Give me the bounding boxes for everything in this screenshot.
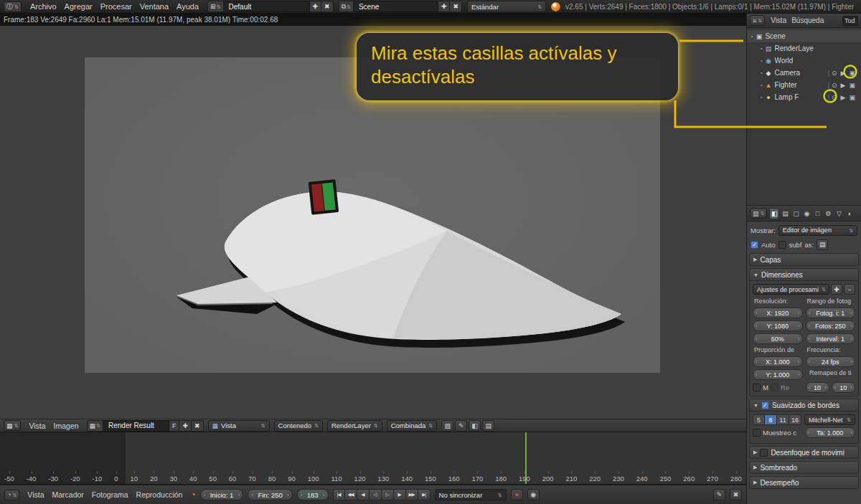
image-datablock-name[interactable]: Render Result — [103, 420, 169, 432]
close-icon[interactable]: ✖ — [730, 489, 742, 500]
desempeno-panel-header[interactable]: ▶ Desempeño — [749, 476, 859, 489]
expand-dot-icon[interactable]: • — [761, 82, 762, 87]
next-keyframe-button[interactable]: ▶▶ — [406, 489, 418, 500]
timeline-menu-reproduccion[interactable]: Reproducción — [133, 490, 187, 499]
fps-dropdown[interactable]: 24 fps — [806, 356, 856, 367]
prev-frame-button[interactable]: ◁ — [370, 489, 382, 500]
outliner-editor-type-button[interactable]: ≡⇅ — [750, 15, 765, 26]
subf-checkbox[interactable] — [778, 241, 786, 249]
outliner-item-lampf[interactable]: •●Lamp F|⊙▶▣ — [747, 91, 861, 103]
re-checkbox[interactable] — [771, 384, 778, 391]
menu-ventana[interactable]: Ventana — [136, 2, 172, 11]
dimensiones-panel-header[interactable]: ▼ Dimensiones — [749, 268, 859, 281]
resolution-y-field[interactable]: Y: 1080 — [753, 320, 803, 331]
view-mode-dropdown[interactable]: ▦Vista⇅ — [208, 420, 270, 432]
motion-blur-checkbox[interactable] — [760, 449, 768, 457]
outliner-item-camera[interactable]: •◆Camera|⊙▶▣ — [747, 67, 861, 79]
record-button[interactable]: ● — [511, 489, 523, 500]
render-layer-dropdown[interactable]: RenderLayer⇅ — [327, 420, 382, 432]
timeline-ruler[interactable]: -50-40-30-20-100102030405060708090100110… — [0, 432, 746, 485]
outliner-item-world[interactable]: •◉World — [747, 54, 861, 67]
render-tab-icon[interactable]: ◧ — [769, 208, 779, 219]
render-presets-dropdown[interactable]: Ajustes de procesami⇅ — [753, 284, 829, 295]
image-editor-type-button[interactable]: ▦⇅ — [4, 420, 21, 431]
timeline-menu-fotograma[interactable]: Fotograma — [88, 490, 132, 499]
screen-layout-name[interactable]: Default — [224, 1, 310, 12]
aa-filter-dropdown[interactable]: Mitchell-Net⇅ — [804, 414, 855, 425]
current-frame-field[interactable]: 183 — [297, 489, 329, 500]
slot-dropdown[interactable]: Contenedo⇅ — [274, 420, 323, 432]
aa-samples-8[interactable]: 8 — [765, 414, 777, 425]
render-layers-tab-icon[interactable]: ▤ — [780, 208, 790, 219]
clip-icon[interactable]: ◧ — [469, 420, 481, 432]
fake-user-button[interactable]: F — [169, 420, 180, 432]
world-tab-icon[interactable]: ◉ — [801, 208, 811, 219]
display-mode-dropdown[interactable]: Editor de imágen⇅ — [778, 225, 857, 236]
prev-keyframe-button[interactable]: ◀◀ — [345, 489, 357, 500]
m-checkbox[interactable] — [753, 384, 761, 391]
visibility-eye-icon[interactable]: ⊙ — [832, 82, 837, 89]
expand-dot-icon[interactable]: • — [761, 95, 762, 100]
full-sample-checkbox[interactable] — [753, 429, 761, 437]
end-frame-field[interactable]: Fin: 250 — [248, 489, 292, 500]
outliner-menu-busqueda[interactable]: Búsqueda — [789, 16, 826, 24]
aspect-y-field[interactable]: Y: 1.000 — [753, 369, 803, 380]
image-menu-vista[interactable]: Vista — [25, 422, 49, 430]
pencil-icon[interactable]: ✎ — [713, 489, 725, 500]
keying-set-icon[interactable]: ◉ — [527, 489, 540, 500]
menu-ayuda[interactable]: Ayuda — [173, 2, 202, 11]
auto-checkbox[interactable] — [751, 241, 758, 249]
remove-preset-button[interactable]: − — [844, 284, 855, 295]
new-image-button[interactable]: ✚ — [179, 420, 192, 432]
render-pass-dropdown[interactable]: Combinada⇅ — [387, 420, 437, 432]
selectable-arrow-icon[interactable]: ▶ — [841, 94, 846, 101]
aa-samples-5[interactable]: 5 — [753, 414, 765, 425]
delete-scene-button[interactable]: ✖ — [450, 1, 462, 12]
add-screen-button[interactable]: ✚ — [310, 1, 322, 12]
visibility-eye-icon[interactable]: ⊙ — [832, 94, 837, 101]
add-preset-button[interactable]: ✚ — [831, 284, 842, 295]
start-frame-field[interactable]: Inicio: 1 — [200, 489, 244, 500]
format-button[interactable]: ▤ — [817, 239, 828, 250]
resolution-x-field[interactable]: X: 1920 — [753, 308, 803, 318]
outliner-item-fighter[interactable]: •▲Fighter|⊙▶▣ — [747, 79, 861, 91]
desenfoque-panel-header[interactable]: ▶ Desenfoque de movimi — [749, 446, 859, 459]
outliner-menu-vista[interactable]: Vista — [768, 16, 789, 24]
browse-screen-button[interactable]: ⊞⇅ — [207, 1, 223, 12]
expand-dot-icon[interactable]: • — [761, 58, 762, 63]
outliner-item-renderlaye[interactable]: •▤RenderLaye — [747, 42, 861, 54]
expand-dot-icon[interactable]: • — [751, 34, 753, 39]
add-scene-button[interactable]: ✚ — [438, 1, 451, 12]
filter-size-field[interactable]: Ta: 1.000 — [805, 427, 856, 438]
map-new-field[interactable]: 10 — [832, 382, 855, 393]
delete-screen-button[interactable]: ✖ — [321, 1, 334, 12]
menu-agregar[interactable]: Agregar — [61, 2, 96, 11]
renderable-camera-icon[interactable]: ▣ — [849, 82, 855, 89]
antialiasing-checkbox[interactable] — [761, 401, 769, 409]
sync-mode-dropdown[interactable]: No sincronizar⇅ — [435, 489, 507, 500]
constraints-tab-icon[interactable]: ⚙ — [823, 208, 833, 219]
timeline-menu-marcador[interactable]: Marcador — [48, 490, 87, 499]
preview-range-clock-icon[interactable]: ◔ — [190, 490, 195, 500]
aa-samples-16[interactable]: 16 — [789, 414, 801, 425]
image-menu-imagen[interactable]: Imagen — [50, 422, 83, 430]
capas-panel-header[interactable]: ▶ Capas — [749, 253, 859, 266]
paint-icon[interactable]: ✎ — [455, 420, 467, 432]
object-tab-icon[interactable]: □ — [812, 208, 822, 219]
selectable-arrow-icon[interactable]: ▶ — [841, 70, 846, 77]
visibility-eye-icon[interactable]: ⊙ — [832, 70, 837, 77]
info-editor-type-button[interactable]: ⓘ⇅ — [4, 1, 22, 12]
renderable-camera-icon[interactable]: ▣ — [849, 70, 855, 77]
resolution-percentage-field[interactable]: 50% — [753, 333, 803, 344]
aa-samples-11[interactable]: 11 — [777, 414, 789, 425]
next-frame-button[interactable]: ▷ — [382, 489, 394, 500]
jump-end-button[interactable]: ▶| — [418, 489, 430, 500]
material-tab-icon[interactable]: ◐ — [844, 208, 855, 219]
scopes-icon[interactable]: ▤ — [482, 420, 494, 432]
timeline-menu-vista[interactable]: Vista — [24, 490, 47, 499]
scene-tab-icon[interactable]: ▢ — [791, 208, 801, 219]
expand-dot-icon[interactable]: • — [761, 70, 762, 75]
render-engine-dropdown[interactable]: Estándar⇅ — [467, 1, 546, 12]
map-old-field[interactable]: 10 — [806, 382, 829, 393]
outliner-item-scene[interactable]: •▣Scene — [747, 30, 861, 42]
